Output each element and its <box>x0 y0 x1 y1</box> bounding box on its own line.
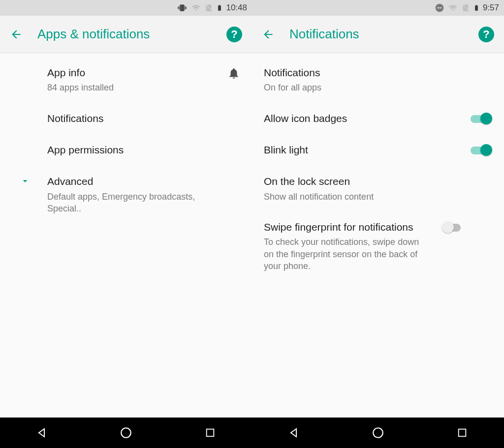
row-swipe-fingerprint[interactable]: Swipe fingerprint for notifications To c… <box>252 211 504 281</box>
square-recent-icon <box>457 427 468 438</box>
back-button[interactable] <box>10 28 23 41</box>
svg-rect-3 <box>437 7 442 8</box>
page-title: Apps & notifications <box>37 27 212 42</box>
square-recent-icon <box>205 427 216 438</box>
no-sim-icon <box>461 3 470 12</box>
back-button[interactable] <box>262 28 275 41</box>
row-title: Blink light <box>264 143 454 157</box>
row-advanced[interactable]: Advanced Default apps, Emergency broadca… <box>0 166 252 223</box>
row-title: On the lock screen <box>264 175 492 188</box>
help-button[interactable]: ? <box>478 27 494 42</box>
triangle-back-icon <box>288 427 300 439</box>
row-notifications[interactable]: Notifications <box>0 103 252 134</box>
row-blink-light[interactable]: Blink light <box>252 134 504 166</box>
wifi-icon <box>447 3 458 12</box>
nav-back-button[interactable] <box>34 425 49 440</box>
chevron-down-icon <box>20 176 31 186</box>
nav-home-button[interactable] <box>371 425 385 440</box>
row-allow-icon-badges[interactable]: Allow icon badges <box>252 103 504 134</box>
row-app-permissions[interactable]: App permissions <box>0 134 252 166</box>
arrow-back-icon <box>262 28 275 41</box>
nav-back-button[interactable] <box>286 425 301 440</box>
row-subtitle: 84 apps installed <box>47 82 202 93</box>
row-subtitle: To check your notifications, swipe down … <box>264 236 426 272</box>
row-subtitle: Default apps, Emergency broadcasts, Spec… <box>47 191 202 215</box>
row-notifications[interactable]: Notifications On for all apps <box>252 57 504 103</box>
bell-icon <box>227 67 240 80</box>
toggle-blink-light[interactable] <box>470 144 492 156</box>
right-screen: 9:57 Notifications ? Notifications On fo… <box>252 0 504 448</box>
row-title: Advanced <box>47 175 202 188</box>
row-title: Allow icon badges <box>264 112 454 125</box>
row-lock-screen[interactable]: On the lock screen Show all notification… <box>252 166 504 211</box>
app-bar: Notifications ? <box>252 16 504 53</box>
battery-icon <box>473 3 480 13</box>
help-button[interactable]: ? <box>226 27 242 42</box>
vibrate-icon <box>177 3 188 12</box>
svg-point-0 <box>121 428 131 438</box>
svg-point-4 <box>373 428 383 438</box>
circle-home-icon <box>120 426 132 439</box>
svg-rect-5 <box>458 429 466 437</box>
help-icon: ? <box>483 28 489 41</box>
dnd-icon <box>435 3 444 13</box>
toggle-allow-icon-badges[interactable] <box>470 113 492 124</box>
status-bar: 9:57 <box>252 0 504 16</box>
triangle-back-icon <box>36 427 48 439</box>
circle-home-icon <box>372 426 384 439</box>
nav-home-button[interactable] <box>119 425 133 440</box>
settings-list: Notifications On for all apps Allow icon… <box>252 53 504 418</box>
nav-bar <box>0 418 252 448</box>
app-bar: Apps & notifications ? <box>0 16 252 53</box>
row-title: App info <box>47 66 202 80</box>
page-title: Notifications <box>289 27 464 42</box>
row-title: Notifications <box>47 112 202 125</box>
nav-bar <box>252 418 504 448</box>
left-screen: 10:48 Apps & notifications ? App info 84… <box>0 0 252 448</box>
settings-list: App info 84 apps installed Notifications… <box>0 53 252 418</box>
row-subtitle: Show all notification content <box>264 191 492 203</box>
no-sim-icon <box>204 3 213 12</box>
row-title: Swipe fingerprint for notifications <box>264 220 426 234</box>
arrow-back-icon <box>10 28 23 41</box>
row-app-info[interactable]: App info 84 apps installed <box>0 57 252 103</box>
row-subtitle: On for all apps <box>264 82 492 93</box>
nav-recent-button[interactable] <box>455 425 470 440</box>
toggle-swipe-fingerprint[interactable] <box>442 221 465 233</box>
help-icon: ? <box>231 28 237 41</box>
status-time: 9:57 <box>483 3 499 13</box>
wifi-icon <box>190 3 201 12</box>
status-time: 10:48 <box>226 3 247 13</box>
nav-recent-button[interactable] <box>203 425 218 440</box>
row-title: App permissions <box>47 143 202 157</box>
status-bar: 10:48 <box>0 0 252 16</box>
row-title: Notifications <box>264 66 492 80</box>
svg-rect-1 <box>206 429 214 437</box>
battery-icon <box>216 3 223 13</box>
